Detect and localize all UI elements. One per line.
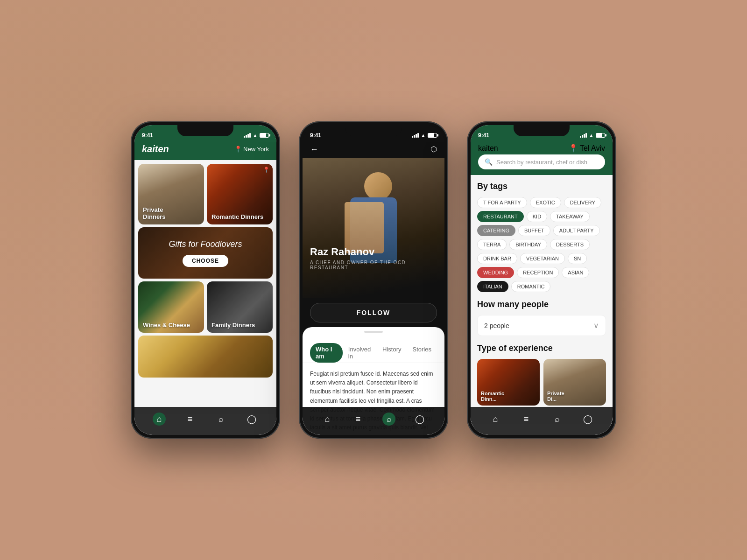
chef-name: Raz Rahanov <box>310 246 437 258</box>
card-pasta[interactable] <box>138 336 273 378</box>
tag-reception[interactable]: RECEPTION <box>517 267 559 278</box>
nav-search-1[interactable]: ⌕ <box>214 413 227 426</box>
notch-2 <box>345 125 402 136</box>
experience-grid: RomanticDinn... PrivateDi... <box>477 359 606 406</box>
location-1: 📍 New York <box>234 146 269 153</box>
wifi-icon-2: ▲ <box>421 133 426 138</box>
nav-home-1[interactable]: ⌂ <box>153 413 166 426</box>
tag-desserts[interactable]: DESSERTS <box>550 239 590 250</box>
card-private-dinners[interactable]: PrivateDinners <box>138 164 204 224</box>
exp-card-private[interactable]: PrivateDi... <box>543 359 606 406</box>
nav-profile-2[interactable]: ◯ <box>413 413 426 426</box>
bottom-nav-1: ⌂ ≡ ⌕ ◯ <box>134 407 276 435</box>
tags-container: T FOR A PARTY EXOTIC DELIVERY RESTAURANT… <box>477 197 606 292</box>
status-icons-3: ▲ <box>580 133 605 138</box>
tag-italian[interactable]: ITALIAN <box>477 281 508 292</box>
grid-row-1: PrivateDinners 📍 Romantic Dinners <box>138 164 273 224</box>
logo-3: kaiten <box>478 144 498 153</box>
phone3-content: By tags T FOR A PARTY EXOTIC DELIVERY RE… <box>471 175 613 424</box>
drag-handle <box>364 331 383 333</box>
people-value: 2 people <box>484 322 509 329</box>
nav-menu-1[interactable]: ≡ <box>183 413 197 426</box>
bottom-nav-2: ⌂ ≡ ⌕ ◯ <box>303 407 444 435</box>
tag-drink-bar[interactable]: DRINK BAR <box>477 253 517 264</box>
choose-button[interactable]: CHOOSE <box>183 255 228 267</box>
tag-catering[interactable]: CATERING <box>477 225 515 236</box>
time-2: 9:41 <box>310 132 321 139</box>
phone1-header: kaiten 📍 New York <box>134 142 276 160</box>
search-icon-3: 🔍 <box>485 158 493 166</box>
card-label-romantic: Romantic Dinners <box>211 213 263 221</box>
tags-title: By tags <box>477 182 606 191</box>
tab-involved-in[interactable]: Involved in <box>343 343 377 363</box>
card-wines-cheese[interactable]: Wines & Cheese <box>138 281 204 333</box>
nav-profile-3[interactable]: ◯ <box>581 413 594 426</box>
chef-top-controls: ← ⬡ <box>303 142 444 158</box>
location-3: 📍 Tel Aviv <box>569 144 605 153</box>
card-family-dinners[interactable]: Family Dinners <box>207 281 273 333</box>
tag-terra[interactable]: TERRA <box>477 239 507 250</box>
nav-search-3[interactable]: ⌕ <box>550 413 564 426</box>
nav-home-3[interactable]: ⌂ <box>489 413 502 426</box>
pin-icon-3: 📍 <box>569 144 578 152</box>
tag-sn[interactable]: SN <box>568 253 587 264</box>
status-icons-2: ▲ <box>412 133 437 138</box>
status-icons-1: ▲ <box>244 133 269 138</box>
tag-buffet[interactable]: BUFFET <box>518 225 550 236</box>
search-bar[interactable]: 🔍 Search by restaurant, chef or dish <box>478 154 605 169</box>
nav-search-2[interactable]: ⌕ <box>382 413 395 426</box>
battery-1 <box>260 133 269 138</box>
phone3-header: kaiten 📍 Tel Aviv 🔍 Search by restaurant… <box>471 142 613 175</box>
tag-romantic[interactable]: ROMANTIC <box>511 281 551 292</box>
nav-profile-1[interactable]: ◯ <box>245 413 258 426</box>
exp-label-romantic: RomanticDinn... <box>481 391 504 402</box>
tag-asian[interactable]: ASIAN <box>562 267 589 278</box>
nav-home-2[interactable]: ⌂ <box>321 413 334 426</box>
tags-section: By tags T FOR A PARTY EXOTIC DELIVERY RE… <box>477 182 606 292</box>
battery-3 <box>596 133 605 138</box>
people-title: How many people <box>477 300 606 309</box>
tab-who-i-am[interactable]: Who I am <box>310 343 343 363</box>
time-1: 9:41 <box>142 132 153 139</box>
exp-card-romantic[interactable]: RomanticDinn... <box>477 359 540 406</box>
wifi-icon-3: ▲ <box>589 133 594 138</box>
card-romantic-dinners[interactable]: 📍 Romantic Dinners <box>207 164 273 224</box>
follow-button[interactable]: FOLLOW <box>310 303 437 322</box>
nav-menu-2[interactable]: ≡ <box>352 413 365 426</box>
people-dropdown[interactable]: 2 people ∨ <box>477 315 606 336</box>
gift-title: Gifts for Foodlovers <box>169 239 242 249</box>
tag-vegetarian[interactable]: VEGETARIAN <box>520 253 565 264</box>
experience-title: Type of experience <box>477 343 606 353</box>
phone-1: 9:41 ▲ kaiten 📍 New York <box>131 121 280 439</box>
grid-row-3: Wines & Cheese Family Dinners <box>138 281 273 333</box>
nav-menu-3[interactable]: ≡ <box>520 413 533 426</box>
people-section: How many people 2 people ∨ <box>477 300 606 336</box>
tag-party[interactable]: T FOR A PARTY <box>477 197 527 208</box>
phone-1-screen: 9:41 ▲ kaiten 📍 New York <box>134 125 276 435</box>
tag-kid[interactable]: KID <box>527 211 547 222</box>
chef-subtitle: A CHEF AND OWNER OF THE OCD RESTAURANT <box>310 260 437 270</box>
dropdown-arrow: ∨ <box>593 321 599 330</box>
battery-2 <box>428 133 437 138</box>
tag-wedding[interactable]: WEDDING <box>477 267 514 278</box>
pin-icon-1: 📍 <box>234 146 242 153</box>
tab-history[interactable]: History <box>377 343 407 363</box>
card-label-family: Family Dinners <box>211 322 255 329</box>
experience-section: Type of experience RomanticDinn... Priva… <box>477 343 606 406</box>
tag-takeaway[interactable]: TAKEAWAY <box>550 211 590 222</box>
tag-exotic[interactable]: EXOTIC <box>530 197 561 208</box>
card-label-wines: Wines & Cheese <box>143 322 190 329</box>
wifi-icon-1: ▲ <box>253 133 258 138</box>
card-gifts[interactable]: Gifts for Foodlovers CHOOSE <box>138 227 273 279</box>
back-button[interactable]: ← <box>310 145 318 154</box>
tag-restaurant[interactable]: RESTAURANT <box>477 211 524 222</box>
tag-adult-party[interactable]: ADULT PARTY <box>553 225 600 236</box>
logo-1: kaiten <box>142 144 169 154</box>
tag-delivery[interactable]: DELIVERY <box>564 197 601 208</box>
notch-1 <box>177 125 233 136</box>
tab-stories[interactable]: Stories <box>407 343 437 363</box>
tag-birthday[interactable]: BIRTHDAY <box>509 239 547 250</box>
share-button[interactable]: ⬡ <box>430 145 437 154</box>
bottom-nav-3: ⌂ ≡ ⌕ ◯ <box>471 407 613 435</box>
search-placeholder: Search by restaurant, chef or dish <box>496 159 587 166</box>
